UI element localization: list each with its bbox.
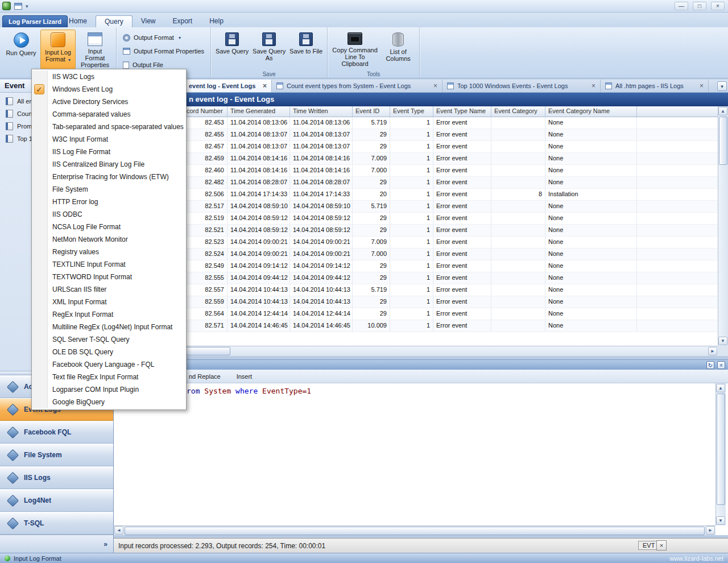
column-header[interactable]: Time Written	[290, 106, 353, 117]
table-row[interactable]: 82.54914.04.2014 09:14:1214.04.2014 09:1…	[114, 260, 718, 272]
table-row[interactable]: 82.56414.04.2014 12:44:1414.04.2014 12:4…	[114, 308, 718, 320]
window-icon[interactable]	[14, 3, 22, 10]
menu-item[interactable]: SQL Server T-SQL Query	[32, 333, 186, 346]
table-row[interactable]: 82.55914.04.2014 10:44:1314.04.2014 10:4…	[114, 296, 718, 308]
scroll-down-icon[interactable]: ▼	[716, 516, 725, 525]
ribbon-tab-home[interactable]: Home	[60, 15, 96, 27]
tab-list-button[interactable]: ▾	[717, 81, 727, 91]
menu-item[interactable]: NCSA Log File Format	[32, 221, 186, 233]
scroll-up-icon[interactable]: ▲	[718, 107, 727, 115]
save-to-file-button[interactable]: Save to File	[288, 30, 324, 69]
close-icon[interactable]: ×	[592, 82, 595, 89]
output-format-properties-button[interactable]: Output Format Properties	[120, 45, 207, 57]
nav-overflow-strip[interactable]: »	[0, 535, 113, 553]
doc-tab[interactable]: Count event types from System - Event Lo…	[272, 80, 442, 92]
table-row[interactable]: 82.45711.04.2014 08:13:0711.04.2014 08:1…	[114, 141, 718, 153]
scroll-right-icon[interactable]: ►	[706, 526, 715, 535]
table-row[interactable]: 82.46011.04.2014 08:14:1611.04.2014 08:1…	[114, 165, 718, 177]
close-icon[interactable]: ×	[263, 82, 267, 89]
input-format-properties-button[interactable]: Input Format Properties	[77, 30, 113, 69]
column-header[interactable]: Event Type Name	[433, 106, 491, 117]
table-row[interactable]: 82.57114.04.2014 14:46:4514.04.2014 14:4…	[114, 320, 718, 332]
scrollbar-thumb[interactable]	[719, 117, 727, 165]
app-menu-button[interactable]: Log Parser Lizard	[2, 15, 68, 27]
menu-item[interactable]: Facebook Query Language - FQL	[32, 358, 186, 371]
ribbon-tab-view[interactable]: View	[133, 15, 164, 27]
column-header[interactable]: Time Generated	[228, 106, 290, 117]
table-row[interactable]: 82.50611.04.2014 17:14:3311.04.2014 17:1…	[114, 189, 718, 201]
sidebar-item-t-sql[interactable]: T-SQL	[0, 512, 113, 535]
refresh-icon[interactable]: ↻	[706, 361, 714, 369]
menu-item[interactable]: URLScan IIS filter	[32, 283, 186, 296]
table-row[interactable]: 82.45511.04.2014 08:13:0711.04.2014 08:1…	[114, 129, 718, 141]
list-of-columns-button[interactable]: List of Columns	[380, 30, 416, 69]
scroll-left-icon[interactable]: ◄	[114, 526, 123, 535]
chevrons-icon[interactable]: »	[104, 540, 107, 548]
menu-item[interactable]: RegEx Input Format	[32, 308, 186, 321]
menu-item[interactable]: IIS ODBC	[32, 208, 186, 221]
ribbon-tab-query[interactable]: Query	[96, 15, 133, 27]
copy-command-line-button[interactable]: Copy Command Line To Clipboard	[331, 30, 379, 69]
scroll-up-icon[interactable]: ▲	[716, 384, 725, 392]
grid-horizontal-scrollbar[interactable]: ◄ ►	[114, 346, 718, 356]
grid-vertical-scrollbar[interactable]: ▲ ▼	[718, 106, 728, 346]
menu-item[interactable]: OLE DB SQL Query	[32, 346, 186, 358]
website-link[interactable]: www.lizard-labs.net	[669, 555, 723, 562]
menu-item[interactable]: Enterprise Tracing for Windows (ETW)	[32, 171, 186, 183]
editor-horizontal-scrollbar[interactable]: ◄ ►	[114, 525, 715, 535]
scrollbar-thumb[interactable]	[125, 527, 705, 535]
menu-item[interactable]: ✓Windows Event Log	[32, 83, 186, 96]
menu-item[interactable]: Multiline RegEx (Log4Net) Input Format	[32, 321, 186, 333]
menu-item[interactable]: Tab-separated and space-separated values	[32, 121, 186, 133]
sidebar-item-file-system[interactable]: File System	[0, 444, 113, 466]
sidebar-item-iis-logs[interactable]: IIS Logs	[0, 466, 113, 489]
menu-item[interactable]: Registry values	[32, 246, 186, 258]
toolbar-item[interactable]: nd Replace	[187, 372, 223, 381]
sql-editor[interactable]: rom System where EventType=1	[114, 383, 715, 525]
menu-item[interactable]: IIS Log File Format	[32, 146, 186, 158]
column-header[interactable]: Event Category	[491, 106, 545, 117]
minimize-button[interactable]: —	[675, 2, 688, 10]
table-row[interactable]: 82.52414.04.2014 09:00:2114.04.2014 09:0…	[114, 249, 718, 260]
column-header[interactable]: Event ID	[353, 106, 390, 117]
close-button[interactable]: ×	[711, 2, 725, 10]
menu-item[interactable]: Active Directory Services	[32, 96, 186, 108]
menu-item[interactable]: Google BigQuery	[32, 396, 186, 408]
editor-vertical-scrollbar[interactable]: ▲ ▼	[715, 383, 726, 525]
table-row[interactable]: 82.52114.04.2014 08:59:1214.04.2014 08:5…	[114, 225, 718, 237]
output-format-button[interactable]: Output Format ▾	[120, 32, 207, 43]
input-log-format-button[interactable]: Input Log Format ▾	[40, 30, 76, 69]
table-row[interactable]: 82.52314.04.2014 09:00:2114.04.2014 09:0…	[114, 237, 718, 249]
ribbon-tab-export[interactable]: Export	[164, 15, 201, 27]
table-row[interactable]: 82.48211.04.2014 08:28:0711.04.2014 08:2…	[114, 177, 718, 189]
table-row[interactable]: 82.51714.04.2014 08:59:1014.04.2014 08:5…	[114, 201, 718, 213]
menu-item[interactable]: File System	[32, 183, 186, 196]
menu-item[interactable]: Comma-separated values	[32, 108, 186, 121]
close-icon[interactable]: ×	[700, 82, 704, 89]
close-icon[interactable]: ×	[433, 82, 437, 89]
menu-item[interactable]: Logparser COM Input Plugin	[32, 383, 186, 396]
table-row[interactable]: 82.55714.04.2014 10:44:1314.04.2014 10:4…	[114, 284, 718, 296]
sidebar-item-log4net[interactable]: Log4Net	[0, 489, 113, 512]
close-panel-icon[interactable]: ×	[717, 361, 725, 369]
scroll-down-icon[interactable]: ▼	[718, 337, 727, 345]
doc-tab[interactable]: Top 1000 Windows Events - Event Logs×	[442, 80, 601, 92]
table-row[interactable]: 82.55514.04.2014 09:44:1214.04.2014 09:4…	[114, 272, 718, 284]
table-row[interactable]: 82.51914.04.2014 08:59:1214.04.2014 08:5…	[114, 213, 718, 225]
run-query-button[interactable]: Run Query	[3, 30, 39, 69]
scroll-right-icon[interactable]: ►	[708, 347, 717, 355]
save-query-as-button[interactable]: Save Query As	[251, 30, 287, 69]
menu-item[interactable]: IIS Centralized Binary Log File	[32, 158, 186, 171]
menu-item[interactable]: NetMon Network Monitor	[32, 233, 186, 246]
save-query-button[interactable]: Save Query	[214, 30, 250, 69]
menu-item[interactable]: TEXTLINE Input Format	[32, 258, 186, 271]
toolbar-item[interactable]: Insert	[234, 372, 255, 381]
maximize-button[interactable]: □	[693, 2, 706, 10]
menu-item[interactable]: Text file RegEx Input Format	[32, 371, 186, 383]
menu-item[interactable]: TEXTWORD Input Format	[32, 271, 186, 283]
menu-item[interactable]: W3C Input Format	[32, 133, 186, 146]
column-header[interactable]: Event Category Name	[545, 106, 637, 117]
table-row[interactable]: 82.45911.04.2014 08:14:1611.04.2014 08:1…	[114, 153, 718, 165]
sidebar-item-facebook-fql[interactable]: Facebook FQL	[0, 421, 113, 444]
close-icon[interactable]: ×	[656, 540, 667, 550]
